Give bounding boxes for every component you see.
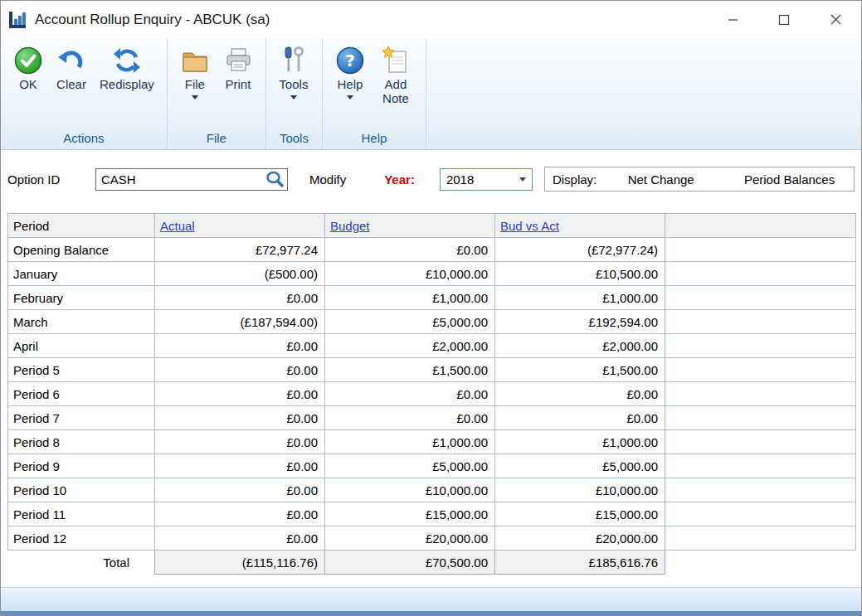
modify-button[interactable]: Modify	[309, 172, 346, 187]
value-cell: £0.00	[155, 454, 325, 478]
table-row[interactable]: January(£500.00)£10,000.00£10,500.00	[8, 262, 856, 286]
column-header-actual[interactable]: Actual	[155, 214, 325, 238]
period-cell: Period 9	[8, 454, 155, 478]
year-dropdown[interactable]: 2018	[440, 168, 533, 191]
empty-cell	[665, 310, 856, 334]
ok-button[interactable]: OK	[9, 43, 47, 95]
value-cell: £10,500.00	[495, 262, 665, 286]
empty-cell	[665, 430, 856, 454]
empty-cell	[665, 334, 856, 358]
value-cell: £0.00	[325, 238, 495, 262]
empty-cell	[665, 238, 856, 262]
app-window: Account Rollup Enquiry - ABCUK (sa)	[0, 0, 862, 616]
value-cell: £0.00	[155, 526, 325, 551]
ribbon-group-actions: OK Clear	[1, 38, 168, 149]
display-option-net-change[interactable]: Net Change	[597, 172, 725, 187]
help-button[interactable]: ? Help	[331, 43, 369, 102]
minimize-icon	[728, 14, 738, 25]
empty-cell	[665, 478, 856, 502]
period-cell: Period 8	[8, 430, 155, 454]
tools-button[interactable]: Tools	[275, 43, 313, 102]
svg-text:?: ?	[345, 51, 355, 70]
table-row[interactable]: Opening Balance£72,977.24£0.00(£72,977.2…	[8, 238, 856, 262]
help-button-label: Help	[337, 78, 363, 92]
table-row[interactable]: April£0.00£2,000.00£2,000.00	[8, 334, 856, 358]
table-row[interactable]: Period 6£0.00£0.00£0.00	[8, 382, 856, 406]
value-cell: £2,000.00	[495, 334, 665, 358]
table-row[interactable]: Period 8£0.00£1,000.00£1,000.00	[8, 430, 856, 454]
value-cell: £0.00	[155, 502, 325, 526]
print-button[interactable]: Print	[219, 43, 257, 95]
period-cell: Period 5	[8, 358, 155, 382]
table-row[interactable]: March(£187,594.00)£5,000.00£192,594.00	[8, 310, 856, 334]
value-cell: £0.00	[155, 382, 325, 406]
table-row[interactable]: Period 10£0.00£10,000.00£10,000.00	[8, 478, 856, 502]
group-label-tools: Tools	[275, 129, 314, 149]
redisplay-button-label: Redisplay	[100, 78, 154, 92]
table-row[interactable]: Period 12£0.00£20,000.00£20,000.00	[8, 526, 856, 551]
clear-button[interactable]: Clear	[52, 43, 90, 95]
close-button[interactable]	[810, 1, 861, 38]
value-cell: £1,000.00	[495, 430, 665, 454]
ribbon-toolbar: OK Clear	[1, 38, 861, 150]
display-option-period-balances[interactable]: Period Balances	[725, 172, 854, 187]
ribbon-group-help: ? Help	[323, 38, 426, 149]
value-cell: £0.00	[155, 358, 325, 382]
minimize-button[interactable]	[707, 1, 758, 38]
empty-cell	[665, 502, 856, 526]
year-dropdown-caret-icon	[514, 169, 532, 190]
year-value: 2018	[441, 172, 514, 187]
empty-cell	[665, 382, 856, 406]
period-cell: March	[8, 310, 155, 334]
redisplay-icon	[112, 46, 142, 75]
empty-cell	[665, 526, 856, 551]
table-row[interactable]: Period 7£0.00£0.00£0.00	[8, 406, 856, 430]
group-label-file: File	[176, 129, 257, 149]
add-note-button[interactable]: Add Note	[374, 43, 417, 108]
value-cell: £5,000.00	[495, 454, 665, 478]
file-icon	[180, 46, 210, 75]
file-button[interactable]: File	[176, 43, 214, 102]
table-row[interactable]: Period 9£0.00£5,000.00£5,000.00	[8, 454, 856, 478]
empty-cell	[665, 454, 856, 478]
period-cell: Period 11	[8, 502, 155, 526]
value-cell: (£187,594.00)	[155, 310, 325, 334]
maximize-button[interactable]	[758, 1, 810, 38]
value-cell: £0.00	[155, 430, 325, 454]
ok-icon	[13, 46, 43, 75]
add-note-button-label: Add Note	[378, 78, 413, 105]
value-cell: £10,000.00	[325, 478, 495, 502]
period-cell: Period 6	[8, 382, 155, 406]
option-id-label: Option ID	[7, 172, 95, 187]
value-cell: £20,000.00	[495, 526, 665, 551]
option-id-lookup-button[interactable]	[262, 169, 287, 190]
option-id-input[interactable]	[96, 169, 262, 190]
value-cell: £1,500.00	[325, 358, 495, 382]
ribbon-group-file: File Print File	[168, 38, 266, 149]
empty-cell	[665, 406, 856, 430]
option-id-field-group	[95, 168, 288, 191]
value-cell: £5,000.00	[325, 454, 495, 478]
redisplay-button[interactable]: Redisplay	[95, 43, 158, 95]
titlebar: Account Rollup Enquiry - ABCUK (sa)	[1, 1, 861, 38]
clear-icon	[56, 46, 86, 75]
value-cell: £1,000.00	[325, 286, 495, 310]
print-button-label: Print	[225, 78, 251, 92]
total-value-cell: £70,500.00	[325, 551, 495, 575]
value-cell: £0.00	[155, 478, 325, 502]
period-cell: January	[8, 262, 155, 286]
total-value-cell: (£115,116.76)	[155, 551, 325, 575]
value-cell: £1,500.00	[495, 358, 665, 382]
column-header-budget[interactable]: Budget	[325, 214, 495, 238]
table-row[interactable]: Period 11£0.00£15,000.00£15,000.00	[8, 502, 856, 526]
value-cell: £0.00	[155, 406, 325, 430]
value-cell: £72,977.24	[155, 238, 325, 262]
table-row[interactable]: February£0.00£1,000.00£1,000.00	[8, 286, 856, 310]
empty-cell	[665, 286, 856, 310]
period-cell: Period 12	[8, 526, 155, 551]
table-row[interactable]: Period 5£0.00£1,500.00£1,500.00	[8, 358, 856, 382]
column-header-bud-vs-act[interactable]: Bud vs Act	[495, 214, 665, 238]
table-header-row: PeriodActualBudgetBud vs Act	[8, 214, 856, 238]
tools-icon	[279, 46, 309, 75]
option-row: Option ID Modify Year: 2018 Display: Net…	[7, 167, 855, 192]
